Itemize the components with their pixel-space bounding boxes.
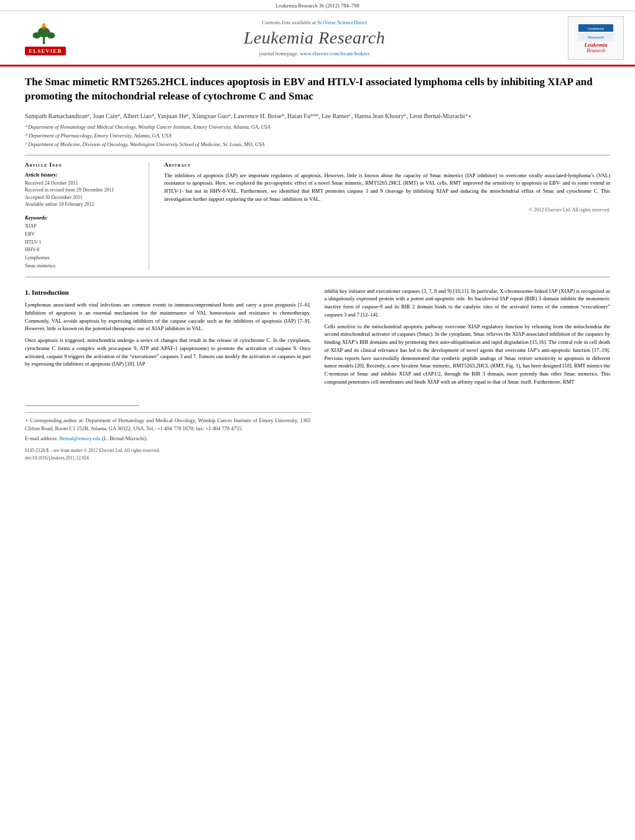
svg-text:Leukemia: Leukemia <box>588 27 605 30</box>
journal-homepage-line: journal homepage: www.elsevier.com/locat… <box>80 50 549 57</box>
abstract-body-divider <box>25 277 610 277</box>
svg-point-5 <box>42 27 45 30</box>
intro-para1: Lymphomas associated with viral infectio… <box>25 301 311 333</box>
keywords-list: XIAP EBV HTLV-1 HHV-8 Lymphomas Smac mim… <box>25 223 139 270</box>
homepage-url[interactable]: www.elsevier.com/locate/leukres <box>300 50 369 57</box>
right-logo-sub: Research <box>586 48 605 53</box>
footer-doi: doi:10.1016/j.leukres.2011.12.024 <box>25 455 311 461</box>
intro-left-col: 1. Introduction Lymphomas associated wit… <box>25 287 311 461</box>
footnote-divider <box>25 405 139 406</box>
journal-main-title: Leukemia Research <box>80 28 549 48</box>
journal-title-center: Contents lists available at SciVerse Sci… <box>80 19 549 57</box>
intro-para3: inhibit key initiator and executioner ca… <box>325 287 611 319</box>
elsevier-tree-icon <box>17 21 73 47</box>
email-address[interactable]: lbemal@emory.edu <box>59 435 101 441</box>
bottom-footer: 0145-2126/$ – see front matter © 2012 El… <box>25 447 311 461</box>
abstract-text: The inhibitors of apoptosis (IAP) are im… <box>164 172 610 203</box>
keyword-htlv1: HTLV-1 <box>25 239 139 247</box>
journal-reference-bar: Leukemia Research 36 (2012) 784–790 <box>0 0 635 11</box>
email-label: E-mail address: <box>25 435 58 441</box>
introduction-heading: 1. Introduction <box>25 287 311 298</box>
footnote-area: ⋆ Corresponding author at: Department of… <box>25 405 311 461</box>
elsevier-text: ELSEVIER <box>25 47 66 55</box>
keywords-label: Keywords: <box>25 215 139 221</box>
journal-right-logo: Leukemia Research Leukemia Research <box>549 16 624 60</box>
article-info-header: Article Info <box>25 162 139 168</box>
main-content: The Smac mimetic RMT5265.2HCL induces ap… <box>0 67 635 468</box>
online-date: Available online 10 February 2012 <box>25 201 139 208</box>
intro-right-col: inhibit key initiator and executioner ca… <box>325 287 611 461</box>
page: Leukemia Research 36 (2012) 784–790 ELSE… <box>0 0 635 840</box>
article-title: The Smac mimetic RMT5265.2HCL induces ap… <box>25 75 610 104</box>
introduction-section: 1. Introduction Lymphomas associated wit… <box>25 287 610 461</box>
email-line: E-mail address: lbemal@emory.edu (L. Ber… <box>25 435 311 443</box>
keyword-smac: Smac mimetics <box>25 262 139 270</box>
svg-text:Research: Research <box>588 35 604 39</box>
article-info-column: Article Info Article history: Received 2… <box>25 162 149 270</box>
keyword-ebv: EBV <box>25 231 139 239</box>
contents-available-line: Contents lists available at SciVerse Sci… <box>80 19 549 25</box>
keywords-section: Keywords: XIAP EBV HTLV-1 HHV-8 Lymphoma… <box>25 215 139 270</box>
copyright-line: © 2012 Elsevier Ltd. All rights reserved… <box>164 207 610 213</box>
revised-date: Received in revised form 29 December 201… <box>25 187 139 194</box>
svg-rect-0 <box>43 36 45 44</box>
abstract-column: Abstract The inhibitors of apoptosis (IA… <box>164 162 610 270</box>
affiliation-c: ᶜ Department of Medicine, Division of On… <box>25 141 610 149</box>
footer-license: 0145-2126/$ – see front matter © 2012 El… <box>25 447 311 454</box>
logo-graphic-icon: Leukemia Research <box>577 23 614 42</box>
abstract-header: Abstract <box>164 162 610 168</box>
leukemia-research-logo: Leukemia Research Leukemia Research <box>568 16 624 60</box>
journal-header: ELSEVIER Contents lists available at Sci… <box>0 11 635 67</box>
journal-ref-text: Leukemia Research 36 (2012) 784–790 <box>276 2 359 9</box>
received-date: Received 24 October 2011 <box>25 180 139 187</box>
accepted-date: Accepted 30 December 2011 <box>25 194 139 201</box>
keyword-lymphomas: Lymphomas <box>25 254 139 262</box>
corresponding-author-note: ⋆ Corresponding author at: Department of… <box>25 417 311 433</box>
sciverse-link[interactable]: SciVerse ScienceDirect <box>317 19 367 25</box>
introduction-two-col: 1. Introduction Lymphomas associated wit… <box>25 287 610 461</box>
svg-point-3 <box>47 32 55 39</box>
affiliation-a: ᵃ Department of Hematology and Medical O… <box>25 124 610 131</box>
article-history-label: Article history: <box>25 172 139 178</box>
header-divider <box>25 155 610 155</box>
affiliation-b: ᵇ Department of Pharmacology, Emory Univ… <box>25 132 610 140</box>
right-logo-title: Leukemia <box>585 42 608 48</box>
elsevier-logo: ELSEVIER <box>11 21 80 55</box>
keyword-hhv8: HHV-8 <box>25 246 139 254</box>
intro-para4: Cells sensitive to the mitochondrial apo… <box>325 323 611 386</box>
email-person: (L. Bernal-Mizrachi). <box>102 435 147 441</box>
keyword-xiap: XIAP <box>25 223 139 231</box>
svg-point-2 <box>33 32 41 39</box>
footnote-content: ⋆ Corresponding author at: Department of… <box>25 412 311 442</box>
authors-line: Sampath Ramachandiranᵃ, Joan Cainᵃ, Albe… <box>25 111 610 121</box>
info-abstract-section: Article Info Article history: Received 2… <box>25 162 610 270</box>
intro-para2: Once apoptosis is triggered, mitochondri… <box>25 336 311 368</box>
